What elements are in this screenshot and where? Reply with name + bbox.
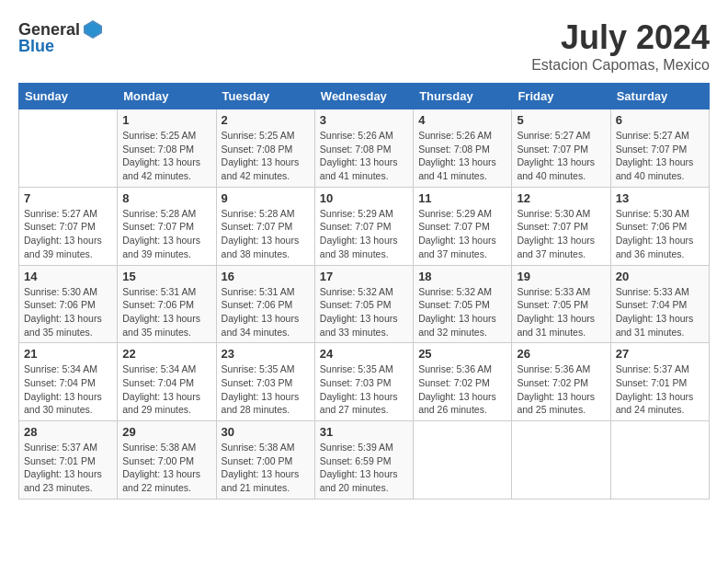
calendar-cell: 4Sunrise: 5:26 AMSunset: 7:08 PMDaylight… xyxy=(414,109,512,188)
day-number: 5 xyxy=(517,113,605,127)
day-number: 31 xyxy=(320,425,408,439)
day-detail: Sunrise: 5:33 AMSunset: 7:04 PMDaylight:… xyxy=(616,285,704,339)
day-detail: Sunrise: 5:28 AMSunset: 7:07 PMDaylight:… xyxy=(222,207,310,261)
calendar-cell xyxy=(414,421,512,500)
day-detail: Sunrise: 5:35 AMSunset: 7:03 PMDaylight:… xyxy=(222,362,310,417)
day-detail: Sunrise: 5:28 AMSunset: 7:07 PMDaylight:… xyxy=(122,207,210,261)
calendar-cell: 16Sunrise: 5:31 AMSunset: 7:06 PMDayligh… xyxy=(216,265,314,343)
week-row-3: 21Sunrise: 5:34 AMSunset: 7:04 PMDayligh… xyxy=(19,343,710,421)
day-number: 21 xyxy=(24,347,112,361)
day-detail: Sunrise: 5:32 AMSunset: 7:05 PMDaylight:… xyxy=(418,285,506,339)
logo-blue: Blue xyxy=(18,37,54,56)
weekday-header-monday: Monday xyxy=(118,84,216,109)
calendar-cell: 13Sunrise: 5:30 AMSunset: 7:06 PMDayligh… xyxy=(610,187,709,265)
page-header: General Blue July 2024 Estacion Capomas,… xyxy=(18,18,710,74)
calendar-cell: 5Sunrise: 5:27 AMSunset: 7:07 PMDaylight… xyxy=(512,109,610,188)
day-detail: Sunrise: 5:34 AMSunset: 7:04 PMDaylight:… xyxy=(122,362,210,417)
day-number: 2 xyxy=(222,113,310,127)
calendar-cell: 30Sunrise: 5:38 AMSunset: 7:00 PMDayligh… xyxy=(216,421,314,500)
calendar-cell: 3Sunrise: 5:26 AMSunset: 7:08 PMDaylight… xyxy=(314,109,413,188)
day-detail: Sunrise: 5:35 AMSunset: 7:03 PMDaylight:… xyxy=(320,362,408,417)
calendar-table: SundayMondayTuesdayWednesdayThursdayFrid… xyxy=(18,83,710,500)
calendar-cell: 15Sunrise: 5:31 AMSunset: 7:06 PMDayligh… xyxy=(118,265,216,343)
day-detail: Sunrise: 5:31 AMSunset: 7:06 PMDaylight:… xyxy=(222,285,310,339)
week-row-4: 28Sunrise: 5:37 AMSunset: 7:01 PMDayligh… xyxy=(19,421,710,500)
day-detail: Sunrise: 5:25 AMSunset: 7:08 PMDaylight:… xyxy=(122,129,210,183)
day-number: 1 xyxy=(122,113,210,127)
day-detail: Sunrise: 5:39 AMSunset: 6:59 PMDaylight:… xyxy=(320,441,408,495)
calendar-cell: 10Sunrise: 5:29 AMSunset: 7:07 PMDayligh… xyxy=(314,187,413,265)
day-detail: Sunrise: 5:36 AMSunset: 7:02 PMDaylight:… xyxy=(418,362,506,417)
calendar-cell: 21Sunrise: 5:34 AMSunset: 7:04 PMDayligh… xyxy=(19,343,118,421)
weekday-header-saturday: Saturday xyxy=(610,84,709,109)
day-number: 24 xyxy=(320,347,408,361)
day-number: 30 xyxy=(222,425,310,439)
calendar-cell: 14Sunrise: 5:30 AMSunset: 7:06 PMDayligh… xyxy=(19,265,118,343)
day-detail: Sunrise: 5:36 AMSunset: 7:02 PMDaylight:… xyxy=(517,362,605,417)
day-detail: Sunrise: 5:38 AMSunset: 7:00 PMDaylight:… xyxy=(122,441,210,495)
day-detail: Sunrise: 5:30 AMSunset: 7:07 PMDaylight:… xyxy=(517,207,605,261)
day-detail: Sunrise: 5:37 AMSunset: 7:01 PMDaylight:… xyxy=(24,441,112,495)
calendar-cell: 22Sunrise: 5:34 AMSunset: 7:04 PMDayligh… xyxy=(118,343,216,421)
calendar-cell: 6Sunrise: 5:27 AMSunset: 7:07 PMDaylight… xyxy=(610,109,709,188)
logo-icon xyxy=(82,18,104,40)
day-number: 22 xyxy=(122,347,210,361)
calendar-cell: 19Sunrise: 5:33 AMSunset: 7:05 PMDayligh… xyxy=(512,265,610,343)
day-number: 9 xyxy=(222,191,310,205)
day-number: 27 xyxy=(616,347,704,361)
day-number: 28 xyxy=(24,425,112,439)
day-number: 7 xyxy=(24,191,112,205)
day-number: 17 xyxy=(320,270,408,283)
day-number: 18 xyxy=(418,270,506,283)
title-block: July 2024 Estacion Capomas, Mexico xyxy=(531,18,710,74)
day-number: 10 xyxy=(320,191,408,205)
day-detail: Sunrise: 5:34 AMSunset: 7:04 PMDaylight:… xyxy=(24,362,112,417)
calendar-cell xyxy=(19,109,118,188)
calendar-cell xyxy=(512,421,610,500)
day-detail: Sunrise: 5:26 AMSunset: 7:08 PMDaylight:… xyxy=(320,129,408,183)
day-number: 20 xyxy=(616,270,704,283)
day-detail: Sunrise: 5:29 AMSunset: 7:07 PMDaylight:… xyxy=(418,207,506,261)
day-number: 13 xyxy=(616,191,704,205)
calendar-cell: 28Sunrise: 5:37 AMSunset: 7:01 PMDayligh… xyxy=(19,421,118,500)
day-number: 29 xyxy=(122,425,210,439)
day-number: 12 xyxy=(517,191,605,205)
day-number: 6 xyxy=(616,113,704,127)
calendar-cell: 24Sunrise: 5:35 AMSunset: 7:03 PMDayligh… xyxy=(314,343,413,421)
day-number: 25 xyxy=(418,347,506,361)
day-detail: Sunrise: 5:37 AMSunset: 7:01 PMDaylight:… xyxy=(616,362,704,417)
calendar-cell: 1Sunrise: 5:25 AMSunset: 7:08 PMDaylight… xyxy=(118,109,216,188)
calendar-cell: 17Sunrise: 5:32 AMSunset: 7:05 PMDayligh… xyxy=(314,265,413,343)
day-detail: Sunrise: 5:27 AMSunset: 7:07 PMDaylight:… xyxy=(616,129,704,183)
day-number: 16 xyxy=(222,270,310,283)
day-detail: Sunrise: 5:29 AMSunset: 7:07 PMDaylight:… xyxy=(320,207,408,261)
day-detail: Sunrise: 5:25 AMSunset: 7:08 PMDaylight:… xyxy=(222,129,310,183)
day-number: 11 xyxy=(418,191,506,205)
calendar-cell: 8Sunrise: 5:28 AMSunset: 7:07 PMDaylight… xyxy=(118,187,216,265)
calendar-cell: 2Sunrise: 5:25 AMSunset: 7:08 PMDaylight… xyxy=(216,109,314,188)
weekday-header-wednesday: Wednesday xyxy=(314,84,413,109)
day-detail: Sunrise: 5:38 AMSunset: 7:00 PMDaylight:… xyxy=(222,441,310,495)
calendar-cell xyxy=(610,421,709,500)
calendar-cell: 7Sunrise: 5:27 AMSunset: 7:07 PMDaylight… xyxy=(19,187,118,265)
calendar-cell: 11Sunrise: 5:29 AMSunset: 7:07 PMDayligh… xyxy=(414,187,512,265)
day-detail: Sunrise: 5:27 AMSunset: 7:07 PMDaylight:… xyxy=(517,129,605,183)
calendar-cell: 20Sunrise: 5:33 AMSunset: 7:04 PMDayligh… xyxy=(610,265,709,343)
weekday-header-row: SundayMondayTuesdayWednesdayThursdayFrid… xyxy=(19,84,710,109)
day-number: 3 xyxy=(320,113,408,127)
day-number: 14 xyxy=(24,270,112,283)
calendar-cell: 26Sunrise: 5:36 AMSunset: 7:02 PMDayligh… xyxy=(512,343,610,421)
day-detail: Sunrise: 5:30 AMSunset: 7:06 PMDaylight:… xyxy=(24,285,112,339)
day-detail: Sunrise: 5:32 AMSunset: 7:05 PMDaylight:… xyxy=(320,285,408,339)
calendar-cell: 18Sunrise: 5:32 AMSunset: 7:05 PMDayligh… xyxy=(414,265,512,343)
day-detail: Sunrise: 5:33 AMSunset: 7:05 PMDaylight:… xyxy=(517,285,605,339)
day-number: 26 xyxy=(517,347,605,361)
weekday-header-thursday: Thursday xyxy=(414,84,512,109)
calendar-cell: 9Sunrise: 5:28 AMSunset: 7:07 PMDaylight… xyxy=(216,187,314,265)
day-detail: Sunrise: 5:31 AMSunset: 7:06 PMDaylight:… xyxy=(122,285,210,339)
day-number: 4 xyxy=(418,113,506,127)
weekday-header-tuesday: Tuesday xyxy=(216,84,314,109)
week-row-2: 14Sunrise: 5:30 AMSunset: 7:06 PMDayligh… xyxy=(19,265,710,343)
week-row-0: 1Sunrise: 5:25 AMSunset: 7:08 PMDaylight… xyxy=(19,109,710,188)
calendar-cell: 31Sunrise: 5:39 AMSunset: 6:59 PMDayligh… xyxy=(314,421,413,500)
